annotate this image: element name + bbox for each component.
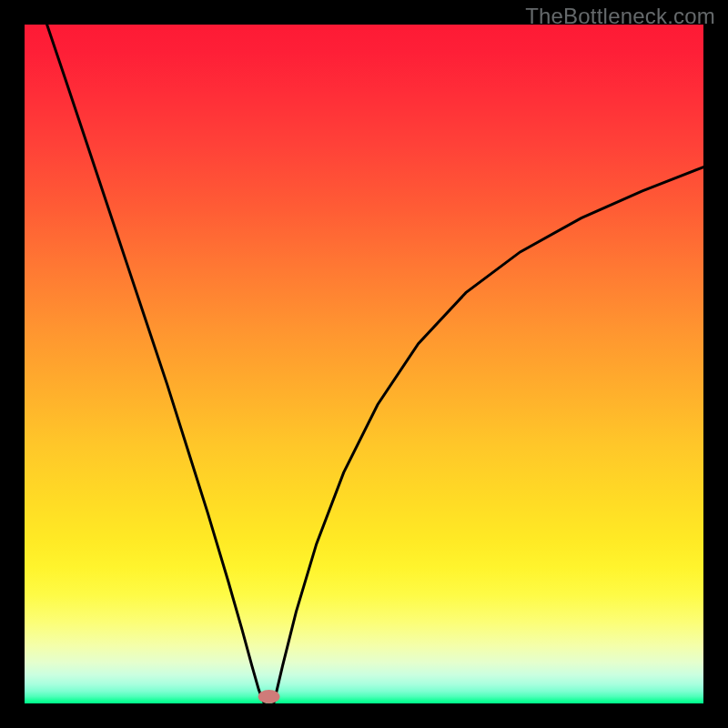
curve-svg <box>25 25 703 703</box>
bottleneck-curve-left <box>47 25 265 703</box>
plot-area <box>25 25 703 703</box>
bottleneck-curve-right <box>274 167 703 703</box>
chart-frame: TheBottleneck.com <box>0 0 728 728</box>
watermark-text: TheBottleneck.com <box>525 4 715 29</box>
min-marker <box>258 690 280 703</box>
